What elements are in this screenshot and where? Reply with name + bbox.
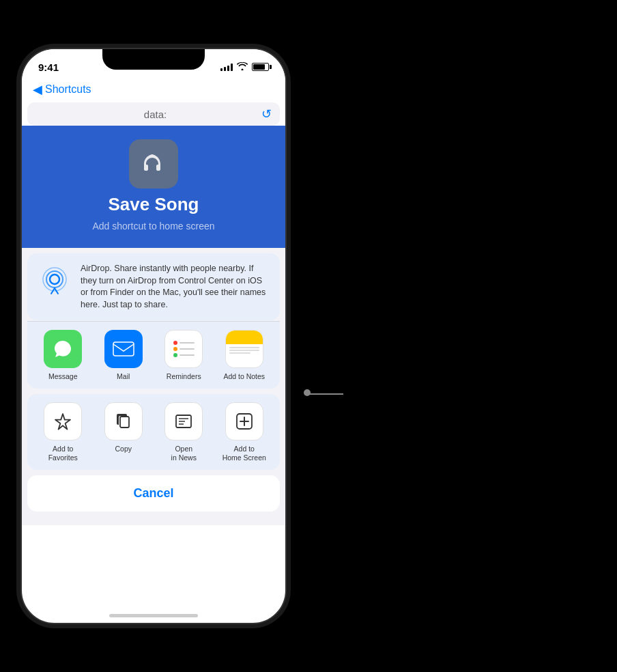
wifi-icon: [237, 62, 248, 72]
svg-rect-6: [120, 417, 129, 428]
news-icon: [164, 402, 203, 440]
cancel-button[interactable]: Cancel: [27, 475, 280, 512]
airdrop-icon: [38, 263, 71, 296]
action-item-news[interactable]: Openin News: [154, 402, 214, 462]
shortcut-header: Save Song Add shortcut to home screen: [22, 126, 285, 248]
reminder-dot-2: [173, 347, 177, 351]
home-indicator: [109, 614, 198, 617]
reminder-row-3: [173, 353, 195, 357]
reminder-dot-3: [173, 353, 177, 357]
battery-fill: [253, 64, 265, 70]
share-sheet: AirDrop. Share instantly with people nea…: [22, 248, 285, 525]
reminder-line-1: [180, 342, 195, 344]
signal-bar-2: [224, 67, 226, 71]
news-label: Openin News: [171, 445, 197, 462]
homescreen-icon: [225, 402, 263, 440]
back-label[interactable]: Shortcuts: [45, 83, 91, 96]
copy-label: Copy: [115, 445, 132, 453]
reload-button[interactable]: ↺: [261, 107, 272, 122]
notes-line-1: [229, 347, 259, 348]
browser-url[interactable]: data:: [49, 109, 261, 120]
signal-bar-4: [231, 64, 233, 71]
airdrop-description: AirDrop. Share instantly with people nea…: [81, 263, 269, 311]
signal-bar-1: [220, 68, 223, 71]
phone-frame: 9:41 ◀ Shortcuts: [20, 48, 287, 624]
notes-label: Add to Notes: [223, 372, 265, 380]
signal-bar-3: [227, 66, 229, 71]
annotation-line: [306, 393, 343, 395]
browser-bar: data: ↺: [27, 102, 280, 126]
airdrop-section[interactable]: AirDrop. Share instantly with people nea…: [27, 253, 280, 320]
status-time: 9:41: [38, 61, 59, 73]
reminders-icon: [164, 330, 203, 368]
reminder-row-2: [173, 347, 195, 351]
notes-line-3: [229, 352, 250, 354]
reminder-row-1: [173, 341, 195, 345]
reminder-line-2: [180, 348, 195, 350]
signal-bars-icon: [220, 63, 233, 71]
cancel-section: Cancel: [22, 470, 285, 525]
shortcut-subtitle: Add shortcut to home screen: [93, 221, 215, 232]
apps-row: Message Mail: [27, 321, 280, 389]
svg-rect-5: [113, 342, 134, 356]
homescreen-label: Add toHome Screen: [223, 445, 266, 462]
copy-icon: [104, 402, 143, 440]
back-navigation[interactable]: ◀ Shortcuts: [22, 79, 285, 102]
battery-icon: [252, 63, 269, 71]
reminder-line-3: [180, 354, 195, 356]
messages-label: Message: [48, 372, 78, 380]
app-item-reminders[interactable]: Reminders: [154, 330, 214, 380]
shortcut-title: Save Song: [109, 194, 199, 215]
notes-bottom: [226, 344, 263, 367]
reminders-inner: [169, 335, 199, 363]
reminders-label: Reminders: [167, 372, 201, 380]
shortcut-icon: [129, 139, 178, 188]
action-item-homescreen[interactable]: Add toHome Screen: [214, 402, 275, 462]
action-item-favorites[interactable]: Add toFavorites: [33, 402, 94, 462]
favorites-icon: [44, 402, 82, 440]
notes-top: [226, 331, 263, 344]
messages-icon: [44, 330, 82, 368]
mail-label: Mail: [117, 372, 130, 380]
annotation-dot: [304, 389, 311, 396]
app-item-message[interactable]: Message: [33, 330, 94, 380]
favorites-label: Add toFavorites: [48, 445, 78, 462]
app-item-mail[interactable]: Mail: [94, 330, 154, 380]
action-item-copy[interactable]: Copy: [94, 402, 154, 462]
app-item-notes[interactable]: Add to Notes: [214, 330, 275, 380]
reminder-dot-1: [173, 341, 177, 345]
svg-point-1: [46, 271, 63, 288]
notch: [102, 49, 205, 70]
actions-row: Add toFavorites Copy: [27, 394, 280, 470]
svg-point-0: [50, 275, 59, 284]
notes-icon: [225, 330, 263, 368]
mail-icon: [104, 330, 143, 368]
status-icons: [220, 62, 269, 72]
notes-inner: [226, 331, 263, 367]
headphones-icon: [139, 149, 169, 179]
notes-line-2: [229, 350, 259, 351]
back-arrow-icon: ◀: [33, 82, 42, 97]
